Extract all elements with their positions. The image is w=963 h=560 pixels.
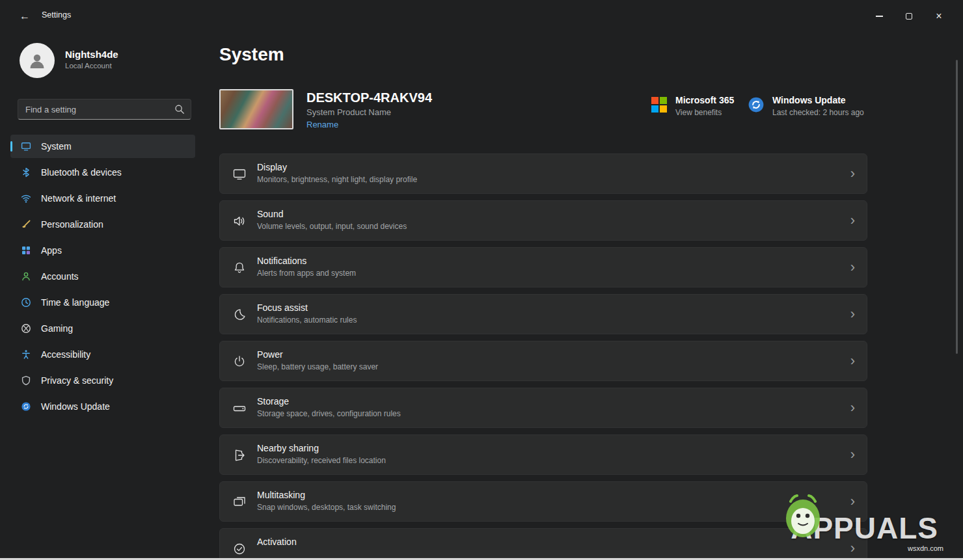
user-account-block: Nightsh4de Local Account xyxy=(10,40,195,79)
row-subtitle: Snap windows, desktops, task switching xyxy=(257,503,396,512)
back-button[interactable]: ← xyxy=(14,8,35,25)
row-title: Sound xyxy=(257,209,283,219)
sidebar-item-personalization[interactable]: Personalization xyxy=(10,213,195,236)
activation-check-icon xyxy=(232,541,247,557)
maximize-button[interactable] xyxy=(894,7,924,26)
windows-update-icon xyxy=(21,401,31,412)
sidebar-item-label: Windows Update xyxy=(41,401,110,412)
windows-update-subtitle: Last checked: 2 hours ago xyxy=(772,108,864,117)
share-icon xyxy=(232,447,247,463)
microsoft-365-title: Microsoft 365 xyxy=(675,95,734,105)
sidebar: Nightsh4de Local Account System Bluetoot… xyxy=(10,31,195,560)
settings-row-multitasking[interactable]: Multitasking Snap windows, desktops, tas… xyxy=(219,481,867,522)
xbox-icon xyxy=(21,323,31,334)
selected-indicator xyxy=(10,141,12,152)
chevron-right-icon: › xyxy=(850,446,855,464)
apps-grid-icon xyxy=(21,245,31,256)
device-header: DESKTOP-4RAKV94 System Product Name Rena… xyxy=(219,88,953,131)
power-icon xyxy=(232,354,247,369)
microsoft-365-subtitle: View benefits xyxy=(675,108,722,117)
row-title: Multitasking xyxy=(257,490,305,500)
sidebar-item-label: Time & language xyxy=(41,297,109,308)
system-icon xyxy=(21,141,31,152)
settings-rows: Display Monitors, brightness, night ligh… xyxy=(219,153,867,560)
sidebar-item-network-internet[interactable]: Network & internet xyxy=(10,187,195,210)
accessibility-icon xyxy=(21,349,31,360)
speaker-icon xyxy=(232,213,247,229)
shield-icon xyxy=(21,375,31,386)
search-icon xyxy=(174,104,185,117)
row-title: Focus assist xyxy=(257,302,308,313)
sidebar-item-time-language[interactable]: Time & language xyxy=(10,291,195,314)
paintbrush-icon xyxy=(21,219,31,230)
user-name: Nightsh4de xyxy=(65,49,118,60)
windows-update-title: Windows Update xyxy=(772,95,846,105)
display-icon xyxy=(232,167,247,182)
settings-row-activation[interactable]: Activation › xyxy=(219,528,867,560)
window-controls: × xyxy=(864,7,954,26)
close-icon: × xyxy=(936,11,942,21)
device-product-name: System Product Name xyxy=(306,107,391,117)
row-title: Notifications xyxy=(257,256,306,266)
sidebar-item-apps[interactable]: Apps xyxy=(10,239,195,262)
row-title: Power xyxy=(257,349,283,360)
bell-icon xyxy=(232,260,247,276)
settings-row-display[interactable]: Display Monitors, brightness, night ligh… xyxy=(219,153,867,194)
device-name: DESKTOP-4RAKV94 xyxy=(306,90,432,105)
settings-row-sound[interactable]: Sound Volume levels, output, input, soun… xyxy=(219,200,867,241)
maximize-icon xyxy=(906,13,912,20)
minimize-button[interactable] xyxy=(864,7,894,26)
avatar xyxy=(20,43,55,78)
settings-row-nearby-sharing[interactable]: Nearby sharing Discoverability, received… xyxy=(219,434,867,475)
row-title: Display xyxy=(257,162,287,172)
settings-row-storage[interactable]: Storage Storage space, drives, configura… xyxy=(219,388,867,428)
wifi-icon xyxy=(21,193,31,204)
settings-row-notifications[interactable]: Notifications Alerts from apps and syste… xyxy=(219,247,867,287)
settings-row-power[interactable]: Power Sleep, battery usage, battery save… xyxy=(219,341,867,381)
row-title: Nearby sharing xyxy=(257,443,319,453)
row-subtitle: Alerts from apps and system xyxy=(257,269,356,278)
mascot-icon xyxy=(781,494,824,542)
sidebar-item-system[interactable]: System xyxy=(10,135,195,158)
moon-icon xyxy=(232,307,247,323)
chevron-right-icon: › xyxy=(850,352,855,370)
windows-update-icon xyxy=(748,96,765,116)
drive-icon xyxy=(232,401,247,416)
sidebar-item-gaming[interactable]: Gaming xyxy=(10,317,195,340)
sidebar-item-label: Network & internet xyxy=(41,193,116,204)
clock-icon xyxy=(21,297,31,308)
title-bar: ← Settings × xyxy=(0,0,963,31)
scrollbar-thumb[interactable] xyxy=(956,60,958,354)
main-content: System DESKTOP-4RAKV94 System Product Na… xyxy=(219,31,953,560)
bluetooth-icon xyxy=(21,167,31,178)
chevron-right-icon: › xyxy=(850,258,855,276)
sidebar-item-privacy-security[interactable]: Privacy & security xyxy=(10,369,195,392)
window-title: Settings xyxy=(42,10,71,20)
watermark: APPUALS xyxy=(791,511,938,546)
sidebar-item-label: Gaming xyxy=(41,323,73,334)
device-thumbnail xyxy=(219,89,293,129)
chevron-right-icon: › xyxy=(850,399,855,417)
sidebar-item-label: Apps xyxy=(41,245,62,256)
sidebar-item-label: System xyxy=(41,141,72,152)
windows-stack-icon xyxy=(232,494,247,510)
rename-link[interactable]: Rename xyxy=(306,120,338,129)
minimize-icon xyxy=(876,16,883,16)
settings-row-focus-assist[interactable]: Focus assist Notifications, automatic ru… xyxy=(219,294,867,334)
chevron-right-icon: › xyxy=(850,165,855,183)
row-title: Activation xyxy=(257,537,297,547)
sidebar-item-label: Accessibility xyxy=(41,349,90,360)
watermark-site: wsxdn.com xyxy=(908,544,943,552)
row-subtitle: Discoverability, received files location xyxy=(257,456,386,465)
sidebar-item-label: Bluetooth & devices xyxy=(41,167,122,178)
microsoft-logo-icon xyxy=(651,96,668,116)
sidebar-item-accounts[interactable]: Accounts xyxy=(10,265,195,288)
sidebar-item-bluetooth-devices[interactable]: Bluetooth & devices xyxy=(10,161,195,184)
row-subtitle: Notifications, automatic rules xyxy=(257,315,357,325)
search-input[interactable] xyxy=(18,100,191,119)
sidebar-item-accessibility[interactable]: Accessibility xyxy=(10,343,195,366)
sidebar-item-windows-update[interactable]: Windows Update xyxy=(10,395,195,418)
chevron-right-icon: › xyxy=(850,305,855,323)
search-box xyxy=(18,99,191,120)
close-button[interactable]: × xyxy=(924,7,954,26)
